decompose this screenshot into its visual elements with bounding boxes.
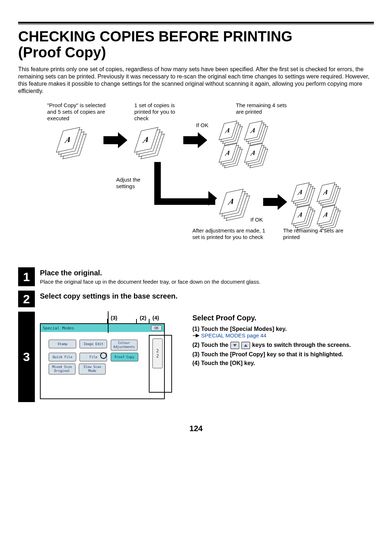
btn-proof-copy[interactable]: Proof Copy xyxy=(111,353,138,361)
cap-remaining-4-b: The remaining 4 sets are printed xyxy=(283,227,347,240)
panel-header-title: Special Modes xyxy=(43,326,74,331)
step-1-body: Place the original face up in the docume… xyxy=(40,279,374,285)
flow-diagram: "Proof Copy" is selected and 5 sets of c… xyxy=(47,102,345,256)
down-key-icon xyxy=(230,342,239,349)
up-key-icon xyxy=(241,342,250,349)
btn-mixed-size-original[interactable]: Mixed SizeOriginal xyxy=(49,364,75,374)
title-line-1: CHECKING COPIES BEFORE PRINTING xyxy=(18,28,293,44)
step-3-item-2: (2) Touch the keys to switch through the… xyxy=(192,342,372,349)
ok-button[interactable]: OK xyxy=(151,325,162,331)
panel-callout-3: (3) xyxy=(111,315,117,321)
elbow-arrow-head xyxy=(208,191,217,206)
pointer-icon xyxy=(192,333,200,338)
step-2: 2 Select copy settings in the base scree… xyxy=(18,291,374,307)
step-3-item-3: (3) Touch the [Proof Copy] key so that i… xyxy=(192,351,372,358)
stack-first-set: A xyxy=(136,127,169,160)
stack-after-adjust: A xyxy=(221,189,254,222)
panel-callout-4: (4) xyxy=(152,315,159,321)
title-line-2: (Proof Copy) xyxy=(18,44,106,60)
step-3-number: 3 xyxy=(18,312,35,402)
btn-colour-adjustments[interactable]: ColourAdjustments xyxy=(111,340,138,351)
btn-stamp[interactable]: Stamp xyxy=(49,340,76,348)
four-sets-bottom: A A A A xyxy=(294,184,345,227)
step-3-item-4: (4) Touch the [OK] key. xyxy=(192,360,372,366)
if-ok-top: If OK xyxy=(196,122,208,129)
step-1-title: Place the original. xyxy=(40,269,374,277)
reference-link[interactable]: SPECIAL MODES page 44 xyxy=(192,332,266,339)
btn-image-edit[interactable]: Image Edit xyxy=(79,340,107,348)
intro-paragraph: This feature prints only one set of copi… xyxy=(18,66,374,95)
rule-thin xyxy=(18,24,374,25)
callout-box-2-4 xyxy=(149,335,172,393)
four-sets-top: A A A A xyxy=(221,122,272,166)
btn-quick-file[interactable]: Quick File xyxy=(49,353,76,361)
elbow-arrow xyxy=(154,162,215,205)
step-3-instructions: Select Proof Copy. (1) Touch the [Specia… xyxy=(189,312,374,402)
step-1: 1 Place the original. Place the original… xyxy=(18,267,374,286)
screenshot-panel-wrap: (3) (2) (4) Special Modes OK Stamp Image… xyxy=(35,312,189,402)
page-number: 124 xyxy=(18,424,374,433)
if-ok-bot: If OK xyxy=(250,216,263,223)
step-2-number: 2 xyxy=(18,291,35,307)
special-modes-panel: Special Modes OK Stamp Image Edit Colour… xyxy=(40,323,165,399)
page-title: CHECKING COPIES BEFORE PRINTING (Proof C… xyxy=(18,28,374,60)
cap-1-set-printed: 1 set of copies is printed for you to ch… xyxy=(134,102,191,122)
callout-dot-3 xyxy=(100,352,107,359)
stack-original: A xyxy=(58,127,91,160)
btn-slow-scan-mode[interactable]: Slow ScanMode xyxy=(79,364,106,374)
step-1-number: 1 xyxy=(18,267,35,286)
cap-select-5-sets: "Proof Copy" is selected and 5 sets of c… xyxy=(47,102,113,122)
step-2-title: Select copy settings in the base screen. xyxy=(40,292,374,300)
step-3-item-1: (1) Touch the [Special Modes] key. SPECI… xyxy=(192,326,372,340)
cap-adjust: Adjust the settings xyxy=(116,177,152,190)
rule-thick xyxy=(18,22,374,24)
panel-header: Special Modes OK xyxy=(41,324,164,332)
step-3-title: Select Proof Copy. xyxy=(192,314,372,322)
step-3: 3 (3) (2) (4) Special Modes OK Stamp I xyxy=(18,312,374,402)
cap-remaining-4: The remaining 4 sets are printed xyxy=(236,102,290,115)
cap-after-adjust: After adjustments are made, 1 set is pri… xyxy=(192,227,269,240)
panel-callout-2: (2) xyxy=(140,315,146,321)
panel-button-grid: Stamp Image Edit ColourAdjustments Quick… xyxy=(48,339,139,376)
